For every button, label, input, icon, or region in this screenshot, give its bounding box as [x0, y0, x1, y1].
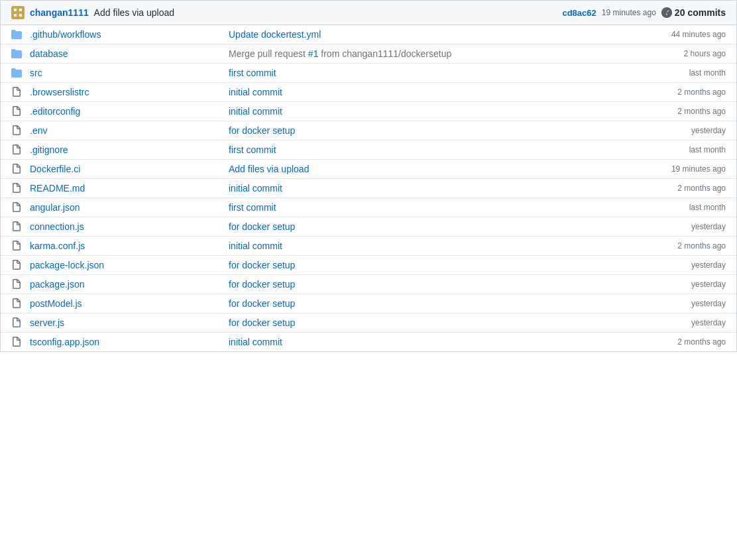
file-name-link[interactable]: .browserslistrc	[30, 87, 89, 97]
table-row[interactable]: .browserslistrcinitial commit2 months ag…	[1, 83, 736, 102]
table-row[interactable]: tsconfig.app.jsoninitial commit2 months …	[1, 333, 736, 351]
file-name-cell: package-lock.json	[30, 260, 229, 270]
commit-time-cell: yesterday	[606, 126, 726, 135]
commit-time: 19 minutes ago	[602, 8, 656, 17]
file-icon	[11, 317, 30, 328]
table-row[interactable]: angular.jsonfirst commitlast month	[1, 198, 736, 217]
table-row[interactable]: postModel.jsfor docker setupyesterday	[1, 294, 736, 313]
file-name-link[interactable]: tsconfig.app.json	[30, 337, 99, 347]
file-name-link[interactable]: Dockerfile.ci	[30, 164, 80, 174]
commit-hash-link[interactable]: cd8ac62	[562, 8, 596, 18]
table-row[interactable]: .gitignorefirst commitlast month	[1, 140, 736, 160]
commit-time-cell: 2 months ago	[606, 184, 726, 193]
folder-icon	[11, 29, 30, 40]
file-icon	[11, 87, 30, 97]
commit-message-link[interactable]: for docker setup	[229, 279, 295, 290]
file-listing: .github/workflowsUpdate dockertest.yml44…	[0, 25, 737, 352]
commit-message-cell: for docker setup	[229, 298, 606, 309]
table-row[interactable]: .github/workflowsUpdate dockertest.yml44…	[1, 25, 736, 44]
file-name-cell: tsconfig.app.json	[30, 337, 229, 347]
table-row[interactable]: databaseMerge pull request #1 from chang…	[1, 44, 736, 64]
table-row[interactable]: package-lock.jsonfor docker setupyesterd…	[1, 256, 736, 275]
file-icon	[11, 260, 30, 270]
commit-time-cell: 2 months ago	[606, 107, 726, 116]
author-avatar	[11, 6, 25, 19]
file-name-link[interactable]: .editorconfig	[30, 106, 80, 117]
file-name-link[interactable]: .env	[30, 125, 47, 136]
table-row[interactable]: .editorconfiginitial commit2 months ago	[1, 102, 736, 121]
file-name-link[interactable]: database	[30, 48, 68, 59]
file-name-link[interactable]: package.json	[30, 279, 85, 290]
table-row[interactable]: package.jsonfor docker setupyesterday	[1, 275, 736, 294]
commit-message-cell[interactable]: Merge pull request #1 from changan1111/d…	[229, 48, 606, 59]
file-name-link[interactable]: .gitignore	[30, 144, 68, 155]
file-name-cell: package.json	[30, 279, 229, 290]
commit-message-link[interactable]: for docker setup	[229, 125, 295, 136]
commit-time-cell: yesterday	[606, 299, 726, 308]
file-name-cell: src	[30, 68, 229, 78]
commit-message-cell: first commit	[229, 68, 606, 78]
commit-message-link[interactable]: Update dockertest.yml	[229, 29, 321, 40]
file-name-cell: .editorconfig	[30, 106, 229, 117]
commit-message-link[interactable]: for docker setup	[229, 298, 295, 309]
file-name-cell: angular.json	[30, 202, 229, 213]
commit-message-link[interactable]: initial commit	[229, 106, 282, 117]
table-row[interactable]: Dockerfile.ciAdd files via upload19 minu…	[1, 160, 736, 179]
commit-message-link[interactable]: first commit	[229, 144, 276, 155]
commit-time-cell: yesterday	[606, 222, 726, 231]
file-name-cell: .browserslistrc	[30, 87, 229, 97]
commit-header: changan1111 Add files via upload cd8ac62…	[0, 0, 737, 25]
file-name-cell: .github/workflows	[30, 29, 229, 40]
file-icon	[11, 337, 30, 347]
commits-count-section[interactable]: 20 commits	[661, 7, 726, 18]
commit-message-cell: for docker setup	[229, 317, 606, 328]
commit-message-cell: initial commit	[229, 106, 606, 117]
table-row[interactable]: README.mdinitial commit2 months ago	[1, 179, 736, 198]
commits-count-number: 20	[675, 7, 685, 18]
commit-message-link[interactable]: for docker setup	[229, 221, 295, 232]
file-name-link[interactable]: karma.conf.js	[30, 241, 85, 251]
file-name-link[interactable]: angular.json	[30, 202, 80, 213]
file-name-link[interactable]: .github/workflows	[30, 29, 101, 40]
table-row[interactable]: connection.jsfor docker setupyesterday	[1, 217, 736, 237]
author-link[interactable]: changan1111	[30, 7, 89, 18]
table-row[interactable]: srcfirst commitlast month	[1, 64, 736, 83]
commit-message-link[interactable]: initial commit	[229, 183, 282, 194]
file-name-link[interactable]: postModel.js	[30, 298, 82, 309]
table-row[interactable]: .envfor docker setupyesterday	[1, 121, 736, 140]
file-icon	[11, 144, 30, 155]
commit-message-link[interactable]: for docker setup	[229, 260, 295, 270]
file-icon	[11, 202, 30, 213]
file-name-link[interactable]: src	[30, 68, 42, 78]
commit-message-cell: initial commit	[229, 241, 606, 251]
file-name-cell: .gitignore	[30, 144, 229, 155]
commit-message-link[interactable]: for docker setup	[229, 317, 295, 328]
commit-time-cell: 2 months ago	[606, 337, 726, 347]
file-name-link[interactable]: connection.js	[30, 221, 84, 232]
commit-message-link[interactable]: initial commit	[229, 337, 282, 347]
commit-message-cell: first commit	[229, 144, 606, 155]
file-name-link[interactable]: package-lock.json	[30, 260, 104, 270]
commit-message-link[interactable]: initial commit	[229, 241, 282, 251]
file-icon	[11, 164, 30, 174]
commit-message-cell: for docker setup	[229, 279, 606, 290]
commit-message-link[interactable]: initial commit	[229, 87, 282, 97]
commit-message-link[interactable]: Add files via upload	[229, 164, 309, 174]
commit-message-cell: Update dockertest.yml	[229, 29, 606, 40]
svg-rect-4	[14, 14, 17, 17]
file-icon	[11, 279, 30, 290]
file-name-cell: postModel.js	[30, 298, 229, 309]
commit-author[interactable]: changan1111 Add files via upload	[30, 7, 557, 18]
commit-time-cell: last month	[606, 145, 726, 154]
file-name-link[interactable]: server.js	[30, 317, 64, 328]
table-row[interactable]: server.jsfor docker setupyesterday	[1, 313, 736, 333]
pr-link[interactable]: #1	[308, 48, 319, 59]
commit-message-link[interactable]: first commit	[229, 202, 276, 213]
commit-message-cell: for docker setup	[229, 125, 606, 136]
history-icon	[661, 7, 672, 18]
file-name-link[interactable]: README.md	[30, 183, 85, 194]
commit-message-link[interactable]: first commit	[229, 68, 276, 78]
folder-icon	[11, 68, 30, 78]
table-row[interactable]: karma.conf.jsinitial commit2 months ago	[1, 237, 736, 256]
commit-time-cell: yesterday	[606, 280, 726, 289]
